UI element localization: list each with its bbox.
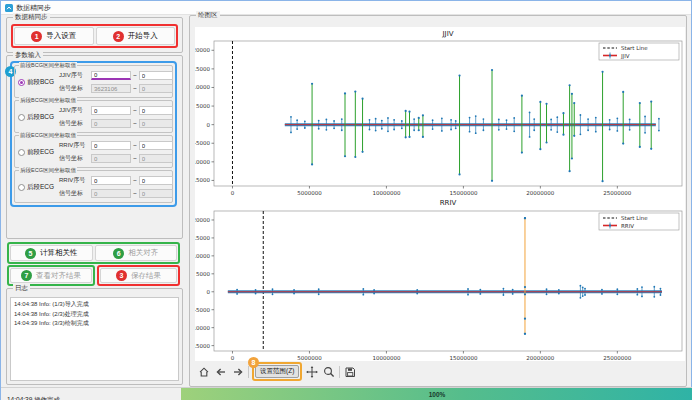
radio-icon[interactable] xyxy=(18,149,25,156)
rriv-index-start-input[interactable] xyxy=(91,176,131,185)
svg-text:25000000: 25000000 xyxy=(603,190,631,196)
svg-text:-5000: -5000 xyxy=(195,307,210,313)
field-label: 信号坐标 xyxy=(59,119,89,128)
radio-rear-ecg[interactable]: 后段ECG xyxy=(18,183,54,192)
range-tilde: ~ xyxy=(133,120,137,127)
range-tilde: ~ xyxy=(133,177,137,184)
status-text: 14:04:39 操作完成 xyxy=(1,396,60,400)
title-bar: 数据精同步 xyxy=(1,1,691,15)
field-label: RRIV序号 xyxy=(59,141,89,150)
start-import-label: 开始导入 xyxy=(128,31,158,41)
params-annotation-box: 4 前段BCG区间坐标取值 前段BCG JJIV序号 ~ 信号坐标 xyxy=(10,61,177,207)
step-badge-1: 1 xyxy=(31,31,42,42)
save-figure-icon[interactable] xyxy=(343,365,357,379)
back-icon[interactable] xyxy=(214,365,228,379)
status-bar: 14:04:39 操作完成 100% xyxy=(1,387,692,400)
plot-toolbar: 8 设置范围(Z) xyxy=(197,363,357,380)
svg-text:-10000: -10000 xyxy=(195,325,210,331)
section-rear-bcg: 后段BCG区间坐标取值 后段BCG JJIV序号 ~ 信号坐标 xyxy=(14,100,173,133)
home-icon[interactable] xyxy=(197,365,211,379)
radio-icon[interactable] xyxy=(18,184,25,191)
svg-text:20000: 20000 xyxy=(195,217,210,223)
field-label: 信号坐标 xyxy=(59,189,89,198)
rriv-index-end-input[interactable] xyxy=(139,141,173,150)
forward-icon[interactable] xyxy=(231,365,245,379)
calc-correlation-label: 计算相关性 xyxy=(40,248,78,258)
svg-text:10000000: 10000000 xyxy=(372,355,400,361)
svg-text:-10000: -10000 xyxy=(195,159,210,165)
svg-text:15000000: 15000000 xyxy=(449,355,477,361)
svg-text:RRIV: RRIV xyxy=(440,199,457,207)
figure-canvas: 0500000010000000150000002000000025000000… xyxy=(195,27,685,361)
log-group-label: 日志 xyxy=(13,284,30,292)
field-label: 信号坐标 xyxy=(59,154,89,163)
start-import-button[interactable]: 2 开始导入 xyxy=(96,27,176,45)
svg-text:10000000: 10000000 xyxy=(372,190,400,196)
svg-text:0: 0 xyxy=(231,190,235,196)
signal-coord-end-input xyxy=(139,154,173,163)
svg-text:0: 0 xyxy=(207,289,211,295)
set-range-button[interactable]: 设置范围(Z) xyxy=(255,365,299,378)
step-badge-3: 3 xyxy=(116,270,127,281)
save-result-button[interactable]: 3 保存结果 xyxy=(100,268,177,283)
svg-text:15000: 15000 xyxy=(195,235,210,241)
jjiv-chart[interactable]: 0500000010000000150000002000000025000000… xyxy=(195,27,685,195)
step-badge-7: 7 xyxy=(21,270,32,281)
radio-icon[interactable] xyxy=(18,79,25,86)
radio-icon[interactable] xyxy=(18,114,25,121)
window-title: 数据精同步 xyxy=(16,3,51,13)
svg-text:0: 0 xyxy=(231,355,235,361)
section-title: 前段ECG区间坐标取值 xyxy=(19,132,77,139)
svg-text:-15000: -15000 xyxy=(195,177,210,183)
svg-text:5000: 5000 xyxy=(196,271,210,277)
jjiv-index-start-input[interactable] xyxy=(91,71,131,80)
log-line: 14:04:38 Info: (1/3)导入完成 xyxy=(14,300,175,310)
import-settings-button[interactable]: 1 导入设置 xyxy=(14,27,94,45)
svg-text:Start Line: Start Line xyxy=(621,215,648,221)
jjiv-index-start-input[interactable] xyxy=(91,106,131,115)
app-icon xyxy=(5,4,13,12)
rriv-chart[interactable]: 0500000010000000150000002000000025000000… xyxy=(195,195,685,361)
field-label: RRIV序号 xyxy=(59,176,89,185)
params-groupbox: 参数输入 4 前段BCG区间坐标取值 前段BCG JJIV序号 ~ xyxy=(6,55,183,239)
sync-group-label: 数据精同步 xyxy=(13,13,50,21)
rriv-index-end-input[interactable] xyxy=(139,176,173,185)
svg-text:-5000: -5000 xyxy=(195,140,210,146)
view-align-result-button[interactable]: 7 查看对齐结果 xyxy=(10,268,92,283)
svg-text:10000: 10000 xyxy=(195,253,210,259)
pan-icon[interactable] xyxy=(305,365,319,379)
plot-group-label: 绘图区 xyxy=(196,11,220,19)
radio-front-bcg[interactable]: 前段BCG xyxy=(18,78,54,87)
signal-coord-start-input xyxy=(91,189,131,198)
signal-coord-start-input xyxy=(91,119,131,128)
step-badge-2: 2 xyxy=(113,31,124,42)
range-tilde: ~ xyxy=(133,85,137,92)
svg-text:RRIV: RRIV xyxy=(621,223,634,229)
radio-rear-bcg[interactable]: 后段BCG xyxy=(18,113,54,122)
svg-text:-15000: -15000 xyxy=(195,343,210,349)
svg-text:JJIV: JJIV xyxy=(620,53,630,60)
rriv-index-start-input[interactable] xyxy=(91,141,131,150)
range-tilde: ~ xyxy=(133,107,137,114)
log-line: 14:04:39 Info: (3/3)绘制完成 xyxy=(14,319,175,329)
section-title: 后段ECG区间坐标取值 xyxy=(19,167,77,174)
calc-correlation-button[interactable]: 5 计算相关性 xyxy=(10,245,93,261)
correlation-align-label: 相关对齐 xyxy=(128,248,158,258)
svg-text:10000: 10000 xyxy=(195,84,210,90)
zoom-icon[interactable] xyxy=(322,365,336,379)
section-title: 后段BCG区间坐标取值 xyxy=(19,97,77,104)
view-align-result-label: 查看对齐结果 xyxy=(36,271,81,281)
svg-text:20000000: 20000000 xyxy=(526,190,554,196)
signal-coord-start-input xyxy=(91,84,131,93)
section-rear-ecg: 后段ECG区间坐标取值 后段ECG RRIV序号 ~ 信号坐标 xyxy=(14,170,173,203)
svg-text:JJIV: JJIV xyxy=(442,30,454,38)
field-label: 信号坐标 xyxy=(59,84,89,93)
compute-annotation-box: 5 计算相关性 6 相关对齐 xyxy=(7,242,180,264)
jjiv-index-end-input[interactable] xyxy=(139,106,173,115)
import-settings-label: 导入设置 xyxy=(46,31,76,41)
range-tilde: ~ xyxy=(133,155,137,162)
correlation-align-button[interactable]: 6 相关对齐 xyxy=(95,245,178,261)
log-output[interactable]: 14:04:38 Info: (1/3)导入完成 14:04:38 Info: … xyxy=(10,297,179,381)
jjiv-index-end-input[interactable] xyxy=(139,71,173,80)
radio-front-ecg[interactable]: 前段ECG xyxy=(18,148,54,157)
